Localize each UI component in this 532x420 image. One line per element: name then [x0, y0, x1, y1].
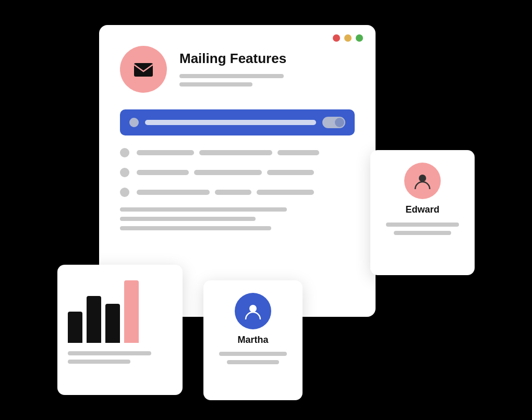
list-row-3	[120, 188, 355, 197]
row-bar	[194, 170, 262, 175]
person-icon	[244, 302, 262, 320]
bottom-bars	[120, 207, 355, 230]
card-title: Mailing Features	[179, 50, 286, 68]
svg-point-2	[419, 175, 426, 182]
row-bar	[199, 150, 272, 155]
close-dot[interactable]	[333, 34, 340, 42]
row-bar	[277, 150, 319, 155]
bar-chart	[68, 275, 172, 343]
bar-4	[124, 280, 139, 343]
row-bar	[267, 170, 314, 175]
bottom-bar-1	[120, 207, 287, 212]
martha-bar-2	[227, 360, 279, 364]
search-dot	[129, 118, 139, 127]
chart-bottom-bars	[68, 351, 172, 364]
edward-bar-1	[386, 223, 459, 227]
mail-icon	[132, 58, 155, 81]
svg-rect-0	[134, 63, 153, 77]
row-bar	[137, 170, 189, 175]
martha-name: Martha	[237, 335, 268, 345]
martha-card: Martha	[203, 280, 303, 400]
martha-bottom-bars	[212, 352, 294, 364]
minimize-dot[interactable]	[344, 34, 352, 42]
edward-avatar	[404, 163, 441, 199]
chart-bar-1	[68, 351, 151, 355]
list-row-2	[120, 168, 355, 177]
list-rows	[120, 148, 355, 197]
edward-bottom-bars	[379, 223, 466, 235]
edward-card: Edward	[370, 150, 475, 275]
bottom-bar-3	[120, 226, 271, 230]
row-bars-1	[137, 150, 355, 155]
martha-bar-1	[219, 352, 287, 356]
mail-icon-circle	[120, 46, 167, 93]
chart-bar-2	[68, 360, 130, 364]
card-header: Mailing Features	[120, 46, 355, 93]
bar-1	[68, 312, 82, 343]
bar-2	[87, 296, 101, 343]
list-row-1	[120, 148, 355, 157]
row-bar	[137, 150, 194, 155]
row-bar	[137, 190, 210, 195]
bar-3	[105, 304, 120, 343]
toggle-pill[interactable]	[322, 117, 345, 128]
bottom-bar-2	[120, 217, 256, 221]
edward-name: Edward	[405, 204, 439, 215]
row-bar	[215, 190, 251, 195]
row-bar	[257, 190, 314, 195]
edward-bar-2	[394, 231, 451, 235]
title-bar-2	[179, 82, 252, 87]
maximize-dot[interactable]	[356, 34, 363, 42]
search-input-bar	[145, 120, 316, 125]
row-dot-2	[120, 168, 129, 177]
card-title-area: Mailing Features	[179, 46, 286, 91]
martha-avatar	[235, 293, 271, 329]
title-bar-1	[179, 74, 284, 78]
svg-point-1	[249, 305, 257, 312]
row-dot-3	[120, 188, 129, 197]
search-row[interactable]	[120, 109, 355, 135]
person-icon-edward	[413, 171, 432, 190]
row-bars-3	[137, 190, 355, 195]
row-bars-2	[137, 170, 355, 175]
chart-card	[57, 265, 183, 395]
row-dot-1	[120, 148, 129, 157]
window-controls	[333, 34, 363, 42]
